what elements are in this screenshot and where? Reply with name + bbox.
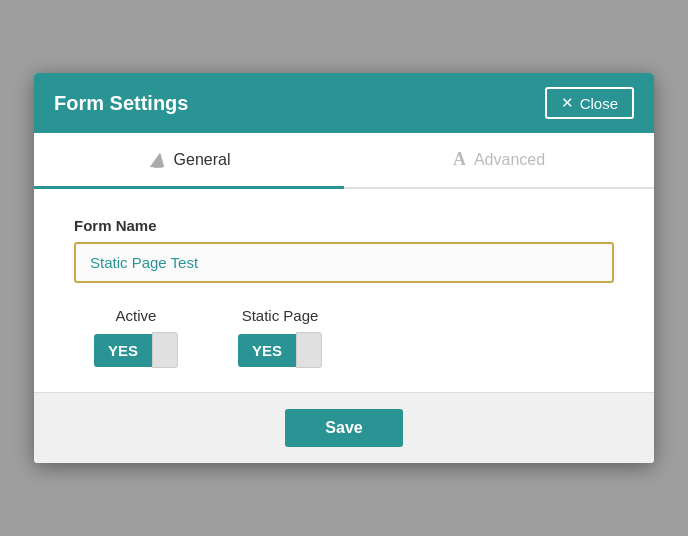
close-icon: ✕ [561, 94, 574, 112]
form-name-input[interactable] [74, 242, 614, 283]
general-tab-icon [148, 149, 166, 170]
tab-advanced[interactable]: A Advanced [344, 133, 654, 189]
tabs-container: General A Advanced [34, 133, 654, 189]
close-label: Close [580, 95, 618, 112]
form-settings-modal: Form Settings ✕ Close General A Advanced… [34, 73, 654, 463]
svg-marker-0 [150, 153, 164, 167]
static-page-toggle-yes: YES [238, 334, 296, 367]
static-page-toggle-label: Static Page [242, 307, 319, 324]
modal-header: Form Settings ✕ Close [34, 73, 654, 133]
active-toggle-label: Active [116, 307, 157, 324]
tab-general-label: General [174, 151, 231, 169]
active-toggle-yes: YES [94, 334, 152, 367]
static-page-toggle-group: Static Page YES [238, 307, 322, 368]
modal-footer: Save [34, 392, 654, 463]
form-name-group: Form Name [74, 217, 614, 283]
close-button[interactable]: ✕ Close [545, 87, 634, 119]
form-name-label: Form Name [74, 217, 614, 234]
tab-advanced-label: Advanced [474, 151, 545, 169]
static-page-toggle-handle [296, 332, 322, 368]
modal-title: Form Settings [54, 92, 188, 115]
active-toggle[interactable]: YES [94, 332, 178, 368]
modal-body: Form Name Active YES Static Page YES [34, 189, 654, 392]
active-toggle-group: Active YES [94, 307, 178, 368]
save-button[interactable]: Save [285, 409, 402, 447]
static-page-toggle[interactable]: YES [238, 332, 322, 368]
active-toggle-handle [152, 332, 178, 368]
advanced-tab-icon: A [453, 149, 466, 170]
tab-general[interactable]: General [34, 133, 344, 189]
toggles-row: Active YES Static Page YES [74, 307, 614, 368]
